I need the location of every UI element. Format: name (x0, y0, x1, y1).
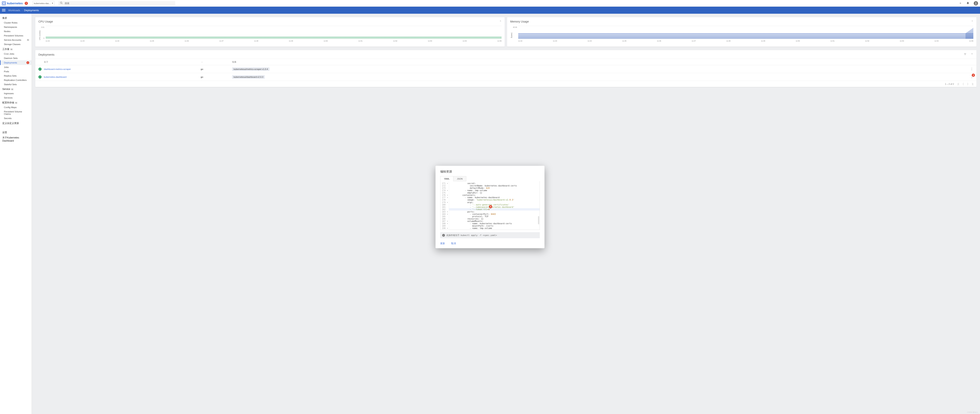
tab-yaml[interactable]: YAML (440, 176, 453, 181)
collapse-icon[interactable]: ⌃ (500, 20, 501, 23)
dialog-actions: 更新 取消 (440, 242, 540, 245)
brand-text: kubernetes (7, 2, 23, 5)
tab-json[interactable]: JSON (453, 176, 466, 181)
mem-plot: 11:4211:4311:4411:4511:4611:4711:4811:49… (518, 26, 973, 44)
annotation-marker-3: 3 (972, 74, 975, 77)
nav-section-cluster[interactable]: 集群 (0, 15, 32, 21)
badge-n-icon: N (11, 88, 14, 90)
sidebar-item-persistent-volume-claims[interactable]: Persistent Volume Claims (0, 109, 32, 116)
account-icon[interactable] (974, 1, 978, 5)
search-field[interactable] (59, 1, 175, 6)
filter-icon[interactable] (964, 53, 966, 56)
notifications-icon[interactable] (966, 2, 969, 5)
deployment-link[interactable]: dashboard-metrics-scraper (44, 68, 128, 70)
breadcrumb-workloads[interactable]: Workloads (8, 9, 20, 12)
page-last-icon[interactable]: ⟩| (972, 82, 973, 86)
sidebar-item-stateful-sets[interactable]: Stateful Sets (0, 82, 32, 87)
badge-n-icon: N (15, 102, 18, 104)
sidebar-item-secrets[interactable]: Secrets (0, 116, 32, 121)
mem-series-rise (966, 28, 973, 39)
mem-series (518, 33, 973, 39)
svg-point-0 (60, 2, 62, 3)
badge-n-icon: N (27, 39, 29, 41)
collapse-icon[interactable]: ⌃ (971, 20, 973, 23)
cpu-card-title: CPU Usage (38, 20, 53, 23)
nav-section-service[interactable]: ServiceN (0, 87, 32, 91)
mem-card-title: Memory Usage (510, 20, 529, 23)
sidebar-item-cluster-roles[interactable]: Cluster Roles (0, 21, 32, 25)
sidebar-item-storage-classes[interactable]: Storage Classes (0, 42, 32, 46)
svg-point-2 (975, 2, 977, 3)
sidebar-item-replication-controllers[interactable]: Replication Controllers (0, 78, 32, 82)
deployment-link[interactable]: kubernetes-dashboard (44, 76, 128, 78)
cpu-series (46, 37, 501, 39)
sidebar-item-services[interactable]: Services (0, 95, 32, 100)
yaml-editor[interactable]: 171 ▾172 173 174 ▾175 176 ▾177 ▾178 179 … (440, 181, 540, 230)
sidebar-item-replica-sets[interactable]: Replica Sets (0, 74, 32, 78)
image-chip: kubernetesui/metrics-scraper:v1.0.4 (232, 67, 269, 71)
badge-n-icon: N (10, 48, 13, 50)
breadcrumb-bar: Workloads › Deployments (0, 7, 980, 14)
brand-logo[interactable]: kubernetes (2, 2, 23, 5)
sidebar: 集群 Cluster RolesNamespacesNodesPersisten… (0, 14, 32, 414)
topbar: kubernetes 1 kubernetes-das... ▾ ＋ (0, 0, 980, 7)
nav-section-settings[interactable]: 设置 (0, 130, 32, 135)
search-input[interactable] (65, 2, 173, 5)
sort-asc-icon[interactable]: ↑ (202, 61, 202, 63)
page-prev-icon[interactable]: ⟨ (963, 82, 964, 86)
sidebar-item-cron-jobs[interactable]: Cron Jobs (0, 52, 32, 56)
sidebar-item-daemon-sets[interactable]: Daemon Sets (0, 56, 32, 60)
breadcrumb-current: Deployments (24, 9, 39, 12)
nav-about[interactable]: 关于Kubernetes Dashboard (0, 135, 32, 143)
deployments-table-card: Deployments ⌃ 名字 ↑ 镜像 ✓ dashboard-metric… (35, 50, 977, 87)
sidebar-item-deployments[interactable]: Deployments2 (0, 60, 32, 65)
deployments-card-title: Deployments (38, 53, 54, 56)
annotation-marker-2: 2 (27, 61, 29, 64)
table-row[interactable]: ✓ dashboard-metrics-scraper go kubernete… (35, 65, 977, 73)
sidebar-item-service-accounts[interactable]: Service AccountsN (0, 38, 32, 42)
menu-icon[interactable] (2, 9, 5, 11)
sidebar-item-persistent-volumes[interactable]: Persistent Volumes (0, 33, 32, 38)
mem-yticks: 40 Mi (513, 26, 518, 39)
table-row[interactable]: ✓ kubernetes-dashboard go kubernetesui/d… (35, 73, 977, 81)
status-ok-icon: ✓ (38, 75, 41, 79)
scrollbar-thumb[interactable] (538, 216, 539, 224)
col-name[interactable]: 名字 (44, 60, 128, 63)
page-next-icon[interactable]: ⟩ (967, 82, 968, 86)
update-button[interactable]: 更新 (440, 242, 445, 245)
editor-code[interactable]: secret: secretName: kubernetes-dashboard… (449, 181, 539, 230)
col-image[interactable]: 镜像 (232, 60, 966, 63)
annotation-marker-4: 4 (489, 205, 492, 208)
namespace-selector-value: kubernetes-das... (34, 2, 51, 5)
nav-section-workloads[interactable]: 工作量N (0, 46, 32, 52)
memory-usage-card: Memory Usage ⌃ (bytes) 40 Mi 11:4211 (507, 17, 977, 47)
page-first-icon[interactable]: |⟨ (958, 82, 959, 86)
sidebar-item-ingresses[interactable]: Ingresses (0, 91, 32, 95)
created-relative: go (201, 68, 232, 70)
sidebar-item-nodes[interactable]: Nodes (0, 29, 32, 33)
kubernetes-logo-icon (2, 2, 6, 5)
sidebar-item-namespaces[interactable]: Namespaces (0, 25, 32, 29)
chevron-right-icon: › (22, 9, 22, 11)
namespace-selector[interactable]: kubernetes-das... ▾ (33, 1, 54, 6)
sidebar-item-jobs[interactable]: Jobs (0, 65, 32, 69)
info-icon: i (442, 234, 445, 236)
cancel-button[interactable]: 取消 (451, 242, 456, 245)
nav-section-config[interactable]: 配置和存储N (0, 100, 32, 105)
nav-section-crd[interactable]: 定义自定义资源 (0, 121, 32, 126)
row-menu-icon[interactable]: ⋮ (970, 67, 973, 71)
cpu-ylabel: CPU (cores) (38, 26, 41, 44)
info-bar: i 此操作相当于: kubectl apply -f <spec.yaml> (440, 232, 540, 238)
collapse-icon[interactable]: ⌃ (971, 53, 973, 56)
row-menu-icon[interactable]: ⋮ 3 (970, 75, 973, 79)
dialog-title: 编辑资源 (440, 170, 540, 173)
sidebar-item-config-maps[interactable]: Config Maps (0, 105, 32, 109)
add-icon[interactable]: ＋ (959, 1, 962, 5)
pagination: 1 – 2 of 2 |⟨ ⟨ ⟩ ⟩| (35, 81, 977, 87)
watermark: CSDN @仙士_ (967, 411, 979, 414)
created-relative: go (201, 76, 232, 78)
editor-tabs: YAML JSON (440, 176, 540, 181)
sidebar-item-pods[interactable]: Pods (0, 69, 32, 74)
editor-gutter: 171 ▾172 173 174 ▾175 176 ▾177 ▾178 179 … (441, 181, 449, 230)
cpu-yticks: 0.01 0 (41, 26, 45, 39)
